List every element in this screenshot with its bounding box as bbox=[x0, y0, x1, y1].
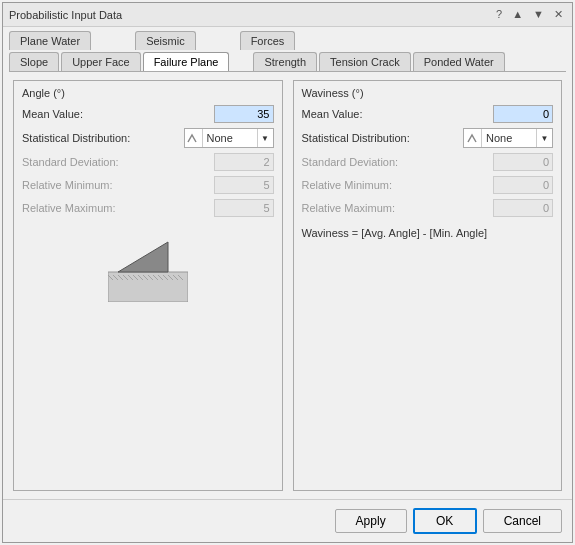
expand-up-button[interactable]: ▲ bbox=[509, 9, 526, 20]
help-button[interactable]: ? bbox=[493, 9, 505, 20]
waviness-dist-icon bbox=[464, 129, 482, 147]
waviness-relmax-label: Relative Maximum: bbox=[302, 202, 494, 214]
waviness-relmax-row: Relative Maximum: bbox=[302, 199, 554, 217]
wedge-diagram bbox=[22, 227, 274, 307]
angle-panel-title: Angle (°) bbox=[22, 87, 274, 99]
title-bar: Probabilistic Input Data ? ▲ ▼ ✕ bbox=[3, 3, 572, 27]
window-title: Probabilistic Input Data bbox=[9, 9, 122, 21]
waviness-relmax-input bbox=[493, 199, 553, 217]
close-button[interactable]: ✕ bbox=[551, 9, 566, 20]
waviness-formula: Waviness = [Avg. Angle] - [Min. Angle] bbox=[302, 227, 554, 239]
tab-plane-water[interactable]: Plane Water bbox=[9, 31, 91, 50]
waviness-relmin-input bbox=[493, 176, 553, 194]
angle-dist-icon bbox=[185, 129, 203, 147]
waviness-relmin-label: Relative Minimum: bbox=[302, 179, 494, 191]
cancel-button[interactable]: Cancel bbox=[483, 509, 562, 533]
waviness-dist-select[interactable]: None ▼ bbox=[463, 128, 553, 148]
angle-panel: Angle (°) Mean Value: Statistical Distri… bbox=[13, 80, 283, 491]
main-window: Probabilistic Input Data ? ▲ ▼ ✕ Plane W… bbox=[2, 2, 573, 543]
tab-slope[interactable]: Slope bbox=[9, 52, 59, 71]
angle-std-input bbox=[214, 153, 274, 171]
waviness-std-input bbox=[493, 153, 553, 171]
tab-upper-face[interactable]: Upper Face bbox=[61, 52, 140, 71]
angle-mean-label: Mean Value: bbox=[22, 108, 214, 120]
ok-button[interactable]: OK bbox=[413, 508, 477, 534]
waviness-panel: Waviness (°) Mean Value: Statistical Dis… bbox=[293, 80, 563, 491]
angle-relmax-row: Relative Maximum: bbox=[22, 199, 274, 217]
waviness-panel-title: Waviness (°) bbox=[302, 87, 554, 99]
waviness-mean-input[interactable] bbox=[493, 105, 553, 123]
waviness-mean-row: Mean Value: bbox=[302, 105, 554, 123]
expand-down-button[interactable]: ▼ bbox=[530, 9, 547, 20]
angle-dist-row: Statistical Distribution: None ▼ bbox=[22, 128, 274, 148]
waviness-mean-label: Mean Value: bbox=[302, 108, 494, 120]
angle-dist-label: Statistical Distribution: bbox=[22, 132, 184, 144]
angle-relmin-row: Relative Minimum: bbox=[22, 176, 274, 194]
angle-relmin-label: Relative Minimum: bbox=[22, 179, 214, 191]
angle-relmin-input bbox=[214, 176, 274, 194]
wedge-svg bbox=[108, 232, 188, 302]
tab-seismic[interactable]: Seismic bbox=[135, 31, 196, 50]
title-controls: ? ▲ ▼ ✕ bbox=[493, 9, 566, 20]
angle-relmax-label: Relative Maximum: bbox=[22, 202, 214, 214]
main-content: Angle (°) Mean Value: Statistical Distri… bbox=[3, 72, 572, 499]
waviness-dist-arrow[interactable]: ▼ bbox=[536, 129, 552, 147]
waviness-std-label: Standard Deviation: bbox=[302, 156, 494, 168]
angle-std-row: Standard Deviation: bbox=[22, 153, 274, 171]
angle-dist-select[interactable]: None ▼ bbox=[184, 128, 274, 148]
tab-forces[interactable]: Forces bbox=[240, 31, 296, 50]
angle-dist-value: None bbox=[203, 132, 257, 144]
footer: Apply OK Cancel bbox=[3, 499, 572, 542]
angle-relmax-input bbox=[214, 199, 274, 217]
waviness-dist-label: Statistical Distribution: bbox=[302, 132, 464, 144]
angle-mean-input[interactable] bbox=[214, 105, 274, 123]
waviness-relmin-row: Relative Minimum: bbox=[302, 176, 554, 194]
svg-marker-1 bbox=[118, 242, 168, 272]
waviness-dist-row: Statistical Distribution: None ▼ bbox=[302, 128, 554, 148]
apply-button[interactable]: Apply bbox=[335, 509, 407, 533]
waviness-std-row: Standard Deviation: bbox=[302, 153, 554, 171]
tab-tension-crack[interactable]: Tension Crack bbox=[319, 52, 411, 71]
angle-mean-row: Mean Value: bbox=[22, 105, 274, 123]
angle-std-label: Standard Deviation: bbox=[22, 156, 214, 168]
waviness-dist-value: None bbox=[482, 132, 536, 144]
tab-strength[interactable]: Strength bbox=[253, 52, 317, 71]
angle-dist-arrow[interactable]: ▼ bbox=[257, 129, 273, 147]
tab-failure-plane[interactable]: Failure Plane bbox=[143, 52, 230, 71]
panels-row: Angle (°) Mean Value: Statistical Distri… bbox=[13, 80, 562, 491]
tab-ponded-water[interactable]: Ponded Water bbox=[413, 52, 505, 71]
